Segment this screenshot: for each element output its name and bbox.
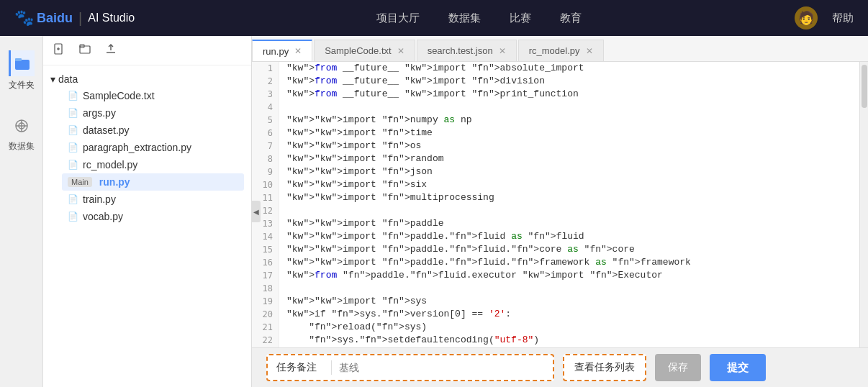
- new-file-btn[interactable]: [50, 42, 68, 59]
- user-avatar[interactable]: 🧑: [795, 6, 818, 29]
- sidebar-files-tab[interactable]: 文件夹: [9, 50, 35, 91]
- tab-close-runpy[interactable]: ✕: [294, 46, 302, 56]
- file-train[interactable]: 📄 train.py: [62, 191, 244, 208]
- upload-btn[interactable]: [102, 42, 119, 59]
- editor-area: ◀ run.py ✕ SampleCode.txt ✕ search.test.…: [252, 36, 868, 387]
- dataset-label: 数据集: [9, 140, 35, 152]
- file-toolbar: [43, 36, 251, 65]
- file-runpy[interactable]: Main run.py: [62, 173, 244, 191]
- dataset-icon: [9, 113, 35, 139]
- file-icon: 📄: [68, 194, 78, 204]
- logo-sep: |: [78, 10, 82, 27]
- menu-datasets[interactable]: 数据集: [448, 12, 481, 25]
- sidebar-dataset-tab[interactable]: 数据集: [9, 113, 35, 152]
- file-icon: 📄: [68, 211, 78, 222]
- scrollbar-thumb[interactable]: [862, 65, 867, 108]
- baidu-icon: 🐾: [14, 9, 34, 27]
- main-badge: Main: [68, 177, 92, 187]
- file-samplecode[interactable]: 📄 SampleCode.txt: [62, 87, 244, 104]
- input-divider: [331, 360, 332, 375]
- menu-education[interactable]: 教育: [560, 12, 582, 25]
- editor-tabs: run.py ✕ SampleCode.txt ✕ search.test.js…: [252, 36, 868, 62]
- new-folder-btn[interactable]: [76, 42, 94, 59]
- task-input-group: 任务备注: [266, 354, 554, 381]
- files-label: 文件夹: [9, 79, 35, 91]
- logo-baidu: Baidu: [37, 11, 73, 26]
- save-button[interactable]: 保存: [655, 354, 701, 381]
- tab-close-samplecode[interactable]: ✕: [397, 46, 404, 56]
- file-icon: 📄: [68, 108, 78, 118]
- tab-rcmodel[interactable]: rc_model.py ✕: [518, 40, 604, 61]
- file-args[interactable]: 📄 args.py: [62, 104, 244, 122]
- help-link[interactable]: 帮助: [832, 12, 854, 25]
- file-vocab[interactable]: 📄 vocab.py: [62, 208, 244, 225]
- submit-button[interactable]: 提交: [710, 354, 766, 381]
- file-icon: 📄: [68, 160, 78, 170]
- panel-collapse-arrow[interactable]: ◀: [252, 201, 261, 222]
- svg-rect-0: [15, 60, 30, 70]
- svg-rect-1: [15, 58, 22, 61]
- view-tasks-button[interactable]: 查看任务列表: [563, 354, 646, 381]
- topnav-right: 🧑 帮助: [795, 6, 854, 29]
- bottom-bar: 任务备注 查看任务列表 保存 提交: [252, 347, 868, 387]
- logo: 🐾 Baidu | AI Studio: [14, 9, 135, 27]
- file-tree: ▾ data 📄 SampleCode.txt 📄 args.py 📄 data…: [43, 65, 251, 387]
- file-icon: 📄: [68, 142, 78, 152]
- left-sidebar: 文件夹 数据集: [0, 36, 43, 387]
- folder-data[interactable]: ▾ data: [50, 71, 244, 87]
- tab-runpy[interactable]: run.py ✕: [252, 40, 312, 61]
- tab-close-rcmodel[interactable]: ✕: [586, 46, 593, 56]
- scrollbar-vertical[interactable]: [859, 62, 868, 347]
- file-icon: 📄: [68, 125, 78, 135]
- chevron-down-icon: ▾: [50, 73, 55, 85]
- baseline-input[interactable]: [339, 362, 544, 373]
- file-panel: ▾ data 📄 SampleCode.txt 📄 args.py 📄 data…: [43, 36, 252, 387]
- tab-samplecode[interactable]: SampleCode.txt ✕: [314, 40, 415, 61]
- tab-searchjson[interactable]: search.test.json ✕: [417, 40, 517, 61]
- folder-name: data: [58, 73, 78, 85]
- topnav-menu: 项目大厅 数据集 比赛 教育: [163, 12, 795, 25]
- menu-competition[interactable]: 比赛: [510, 12, 531, 25]
- code-editor: 123456789101112131415161718192021222324 …: [252, 62, 868, 347]
- file-rcmodel[interactable]: 📄 rc_model.py: [62, 156, 244, 173]
- tab-close-searchjson[interactable]: ✕: [499, 46, 506, 56]
- logo-studio: AI Studio: [88, 12, 135, 24]
- main-layout: 文件夹 数据集 ▾ data 📄: [0, 36, 868, 387]
- file-icon: 📄: [68, 91, 78, 101]
- folder-icon: [9, 50, 35, 76]
- file-paragraph[interactable]: 📄 paragraph_extraction.py: [62, 139, 244, 156]
- code-content[interactable]: "kw">from __future__ "kw">import "fn">ab…: [279, 62, 859, 347]
- file-dataset[interactable]: 📄 dataset.py: [62, 122, 244, 139]
- menu-projects[interactable]: 项目大厅: [376, 12, 420, 25]
- topnav: 🐾 Baidu | AI Studio 项目大厅 数据集 比赛 教育 🧑 帮助: [0, 0, 868, 36]
- task-label: 任务备注: [276, 361, 317, 374]
